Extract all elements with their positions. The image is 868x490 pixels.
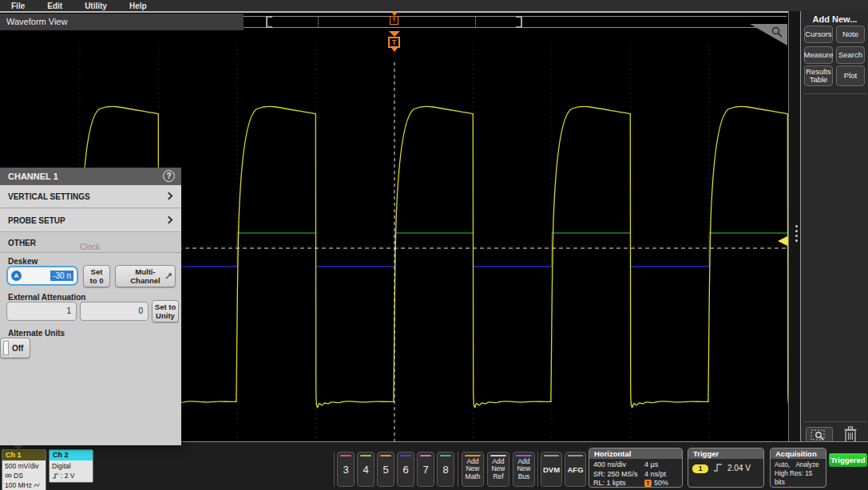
ch8-button[interactable]: 8: [437, 452, 454, 487]
ch7-button[interactable]: 7: [417, 452, 434, 487]
trigger-badge[interactable]: Trigger 1 2.04 V: [688, 448, 764, 488]
horizontal-position: 50%: [654, 479, 668, 487]
splitter-dot: [795, 230, 798, 232]
ruler-right-bracket[interactable]: [516, 16, 522, 28]
trigger-flag-nub: [391, 48, 398, 52]
trigger-position-flag[interactable]: T: [388, 37, 400, 48]
add-results-table-button[interactable]: Results Table: [804, 65, 833, 86]
trigger-level: 2.04 V: [727, 464, 751, 472]
trigger-level-arrow-icon[interactable]: [778, 236, 787, 246]
ch1-scale: 500 mV/div: [5, 461, 43, 471]
afg-label: AFG: [567, 465, 583, 474]
alternate-units-toggle[interactable]: Off: [0, 338, 30, 358]
add-search-button[interactable]: Search: [836, 46, 865, 64]
section-label: OTHER: [8, 239, 36, 247]
probe-icon: [5, 472, 12, 479]
chevron-right-icon: [165, 192, 173, 200]
external-attenuation-label: External Attenuation: [8, 293, 85, 302]
add-new-math-button[interactable]: Add New Math: [462, 452, 484, 487]
horizontal-badge[interactable]: Horizontal 400 ns/div 4 µs SR: 250 MS/s …: [589, 448, 683, 488]
dvm-button[interactable]: DVM: [541, 452, 562, 487]
ch7-color-stripe: [420, 455, 431, 456]
ch6-button[interactable]: 6: [397, 452, 414, 487]
menu-utility[interactable]: Utility: [85, 2, 107, 10]
acquisition-mode: Auto,: [775, 461, 790, 468]
panel-divider: [803, 93, 866, 94]
rising-edge-icon: [713, 463, 723, 472]
menu-file[interactable]: File: [11, 2, 25, 10]
acquisition-title: Acquisition: [771, 449, 826, 459]
magnifier-icon: [771, 26, 783, 38]
ch3-button[interactable]: 3: [337, 452, 355, 487]
ch1-badge[interactable]: Ch 1 500 mV/div DS 100 MHz: [2, 449, 46, 490]
ch6-color-stripe: [400, 455, 411, 456]
afg-button[interactable]: AFG: [565, 452, 586, 487]
set-to-zero-button[interactable]: Set to 0: [83, 265, 110, 287]
ch1-coupling: DS: [14, 471, 23, 480]
trigger-title: Trigger: [688, 449, 763, 459]
digital-channel-label: Clock: [80, 243, 100, 251]
separator: [334, 452, 335, 487]
acquisition-analyze: Analyze: [795, 461, 818, 468]
ch3-color-stripe: [340, 455, 351, 456]
channel-1-dialog: CHANNEL 1 ? VERTICAL SETTINGS PROBE SETU…: [0, 168, 181, 445]
add-plot-button[interactable]: Plot: [836, 65, 865, 86]
multi-channel-button[interactable]: Multi- Channel: [115, 265, 176, 287]
bus-color-stripe: [516, 455, 532, 456]
dvm-label: DVM: [543, 465, 560, 474]
deskew-input[interactable]: A -30 n: [6, 266, 78, 286]
expand-icon: [165, 273, 172, 279]
attenuation-input-2[interactable]: 0: [80, 302, 149, 321]
toggle-slider: [3, 341, 9, 355]
ch5-color-stripe: [380, 455, 391, 456]
dvm-stripe: [544, 455, 559, 456]
math-color-stripe: [465, 455, 481, 456]
ch1-name: Ch 1: [2, 450, 46, 460]
deskew-row: A -30 n Set to 0 Multi- Channel: [0, 266, 181, 290]
threshold-edge-icon: [52, 472, 59, 480]
trigger-position-arrow-icon[interactable]: [389, 31, 400, 37]
add-new-bus-button[interactable]: Add New Bus: [513, 452, 535, 487]
ch2-badge[interactable]: Ch 2 Digital : 2 V: [49, 449, 93, 483]
ruler-left-bracket[interactable]: [266, 16, 272, 28]
dialog-title[interactable]: CHANNEL 1: [0, 168, 181, 185]
menu-edit[interactable]: Edit: [47, 2, 62, 10]
menu-help[interactable]: Help: [129, 2, 147, 10]
acquisition-count: 109.816 kAcqs: [775, 487, 822, 488]
add-new-bus-label: Add New Bus: [517, 458, 530, 481]
ch6-label: 6: [402, 464, 408, 476]
ch5-label: 5: [382, 464, 388, 476]
ch4-button[interactable]: 4: [357, 452, 375, 487]
set-to-unity-button[interactable]: Set to Unity: [152, 300, 179, 322]
acquisition-badge[interactable]: Acquisition Auto, Analyze High Res: 15 b…: [770, 448, 826, 488]
ch3-label: 3: [343, 464, 348, 476]
afg-stripe: [568, 455, 583, 456]
horizontal-title: Horizontal: [589, 449, 682, 459]
ch2-name: Ch 2: [50, 450, 93, 460]
trigger-source-badge: 1: [692, 464, 708, 473]
trigger-position-icon: T: [644, 480, 652, 487]
add-new-ref-button[interactable]: Add New Ref: [487, 452, 509, 487]
ref-color-stripe: [490, 455, 506, 456]
add-note-button[interactable]: Note: [836, 26, 865, 43]
ruler-tick: [475, 16, 476, 28]
section-probe-setup[interactable]: PROBE SETUP: [0, 209, 181, 232]
splitter-dot: [795, 235, 798, 237]
ch4-color-stripe: [360, 455, 371, 456]
add-cursors-button[interactable]: Cursors: [804, 26, 833, 43]
waveform-view-title: Waveform View: [0, 14, 244, 30]
add-new-panel: Add New... Cursors Note Measure Search R…: [800, 11, 868, 441]
help-icon[interactable]: ?: [163, 170, 175, 182]
oscilloscope-screen: { "menu": { "items": ["File", "Edit", "U…: [0, 0, 868, 490]
ch5-button[interactable]: 5: [377, 452, 394, 487]
add-new-ref-label: Add New Ref: [491, 458, 505, 481]
add-measure-button[interactable]: Measure: [804, 46, 833, 64]
multi-channel-label: Multi- Channel: [130, 267, 160, 285]
attenuation-input-1[interactable]: 1: [6, 302, 77, 321]
knob-a-icon: A: [11, 271, 22, 281]
ch2-mode: Digital: [52, 461, 90, 471]
panel-splitter[interactable]: [789, 11, 800, 441]
section-vertical-settings[interactable]: VERTICAL SETTINGS: [0, 185, 181, 208]
horizontal-window: 4 µs: [644, 460, 658, 470]
ruler-trigger-t-icon[interactable]: T: [390, 16, 398, 25]
